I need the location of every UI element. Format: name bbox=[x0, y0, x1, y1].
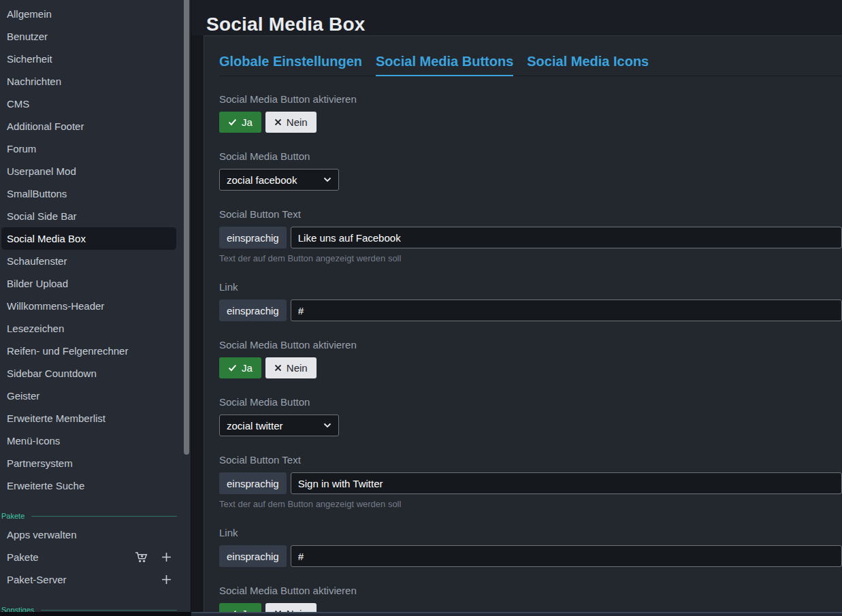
sidebar-item-label: Benutzer bbox=[7, 31, 48, 42]
plus-icon[interactable] bbox=[161, 574, 172, 585]
shopping-cart-icon[interactable] bbox=[135, 551, 148, 563]
sidebar-item[interactable]: Menü-Icons bbox=[0, 429, 191, 452]
sidebar-item[interactable]: CMS bbox=[0, 93, 191, 115]
sidebar-item[interactable]: Paket-Server bbox=[0, 568, 191, 591]
sidebar-item[interactable]: Apps verwalten bbox=[0, 523, 191, 546]
sidebar-menu: Allgemein Benutzer Sicherheit Nachrichte… bbox=[0, 0, 191, 614]
sidebar-item[interactable]: Pakete bbox=[0, 546, 191, 568]
sidebar-item-label: CMS bbox=[7, 98, 29, 110]
language-badge: einsprachig bbox=[219, 472, 287, 494]
sidebar-item[interactable]: Allgemein bbox=[0, 3, 191, 25]
social-media-button-select[interactable]: zocial facebook bbox=[219, 169, 339, 191]
sidebar-item[interactable]: Additional Footer bbox=[0, 115, 191, 137]
sidebar-item[interactable]: Partnersystem bbox=[0, 452, 191, 474]
sidebar-item[interactable]: Social Side Bar bbox=[0, 205, 191, 227]
sidebar-item[interactable]: Erweiterte Memberlist bbox=[0, 407, 191, 429]
sidebar-item-label: Userpanel Mod bbox=[7, 165, 76, 177]
select-group: Social Media Button zocial twitter bbox=[219, 396, 842, 436]
tab-bar: Globale EinstellungenSocial Media Button… bbox=[219, 36, 842, 76]
yes-no-toggle: Ja Nein bbox=[219, 112, 842, 133]
sidebar-section-label: Pakete bbox=[1, 512, 25, 520]
toggle-label: Social Media Button aktivieren bbox=[219, 93, 842, 105]
sidebar-item-label: Lesezeichen bbox=[7, 323, 64, 334]
sidebar-item-label: Allgemein bbox=[7, 8, 52, 20]
social-media-button-select[interactable]: zocial twitter bbox=[219, 415, 339, 436]
sidebar-item[interactable]: Sicherheit bbox=[0, 48, 191, 70]
language-badge: einsprachig bbox=[219, 545, 287, 567]
button-text-group: Social Button Text einsprachig Text der … bbox=[219, 208, 842, 263]
sidebar-item[interactable]: Forum bbox=[0, 137, 191, 160]
select-value: zocial facebook bbox=[227, 174, 297, 186]
item-icons bbox=[135, 551, 184, 563]
sidebar-item[interactable]: Social Media Box bbox=[1, 227, 176, 250]
sidebar-item[interactable]: SmallButtons bbox=[0, 182, 191, 205]
sidebar-item[interactable]: Benutzer bbox=[0, 25, 191, 48]
section-divider-line bbox=[31, 516, 177, 517]
link-group: Link einsprachig bbox=[219, 527, 842, 567]
text-help: Text der auf dem Button angezeigt werden… bbox=[219, 499, 842, 509]
button-text-input[interactable] bbox=[291, 472, 842, 494]
sidebar-item-label: Forum bbox=[7, 143, 36, 155]
text-input-row: einsprachig bbox=[219, 227, 842, 248]
plus-icon[interactable] bbox=[161, 552, 172, 562]
link-input[interactable] bbox=[291, 299, 842, 321]
sidebar-item-label: Geister bbox=[7, 390, 39, 402]
toggle-label: Social Media Button aktivieren bbox=[219, 339, 842, 351]
select-label: Social Media Button bbox=[219, 396, 842, 408]
sidebar-item-label: Partnersystem bbox=[7, 457, 73, 469]
page-title: Social Media Box bbox=[206, 14, 842, 35]
sidebar-item-label: Willkommens-Header bbox=[7, 300, 104, 312]
sidebar-item[interactable]: Geister bbox=[0, 385, 191, 407]
sidebar-item-label: Additional Footer bbox=[7, 120, 84, 132]
select-label: Social Media Button bbox=[219, 150, 842, 162]
button-text-input[interactable] bbox=[291, 227, 842, 248]
toggle-group: Social Media Button aktivieren Ja Nein bbox=[219, 93, 842, 133]
sidebar-item[interactable]: Bilder Upload bbox=[0, 272, 191, 295]
language-badge: einsprachig bbox=[219, 299, 287, 321]
sidebar-item-label: Paket-Server bbox=[7, 574, 67, 585]
x-icon bbox=[274, 118, 282, 126]
sidebar-item[interactable]: Willkommens-Header bbox=[0, 295, 191, 317]
block-fields: Social Media Button zocial facebook Soci… bbox=[219, 150, 842, 321]
no-button-label: Nein bbox=[287, 117, 308, 127]
tab-label: Social Media Buttons bbox=[376, 54, 513, 69]
link-label: Link bbox=[219, 527, 842, 538]
item-icons bbox=[161, 574, 184, 585]
sidebar-item[interactable]: Nachrichten bbox=[0, 70, 191, 93]
no-button[interactable]: Nein bbox=[265, 112, 317, 133]
check-icon bbox=[228, 118, 237, 126]
sidebar-item[interactable]: Sidebar Countdown bbox=[0, 362, 191, 385]
sidebar-bottom-edge bbox=[0, 612, 191, 616]
sidebar-item-label: Menü-Icons bbox=[7, 435, 60, 447]
language-badge: einsprachig bbox=[219, 227, 287, 248]
sidebar-item[interactable]: Erweiterte Suche bbox=[0, 474, 191, 497]
tab-label: Globale Einstellungen bbox=[219, 54, 362, 69]
sidebar-scrollbar[interactable] bbox=[184, 0, 189, 455]
form-area: Social Media Button aktivieren Ja Nein bbox=[219, 76, 842, 616]
sidebar-item-label: Sidebar Countdown bbox=[7, 368, 97, 379]
tab[interactable]: Globale Einstellungen bbox=[219, 54, 362, 76]
sidebar-item-label: Social Media Box bbox=[7, 233, 86, 244]
text-input-row: einsprachig bbox=[219, 472, 842, 494]
link-group: Link einsprachig bbox=[219, 281, 842, 321]
form-block: Social Media Button aktivieren Ja Nein bbox=[219, 339, 842, 567]
check-icon bbox=[228, 364, 237, 372]
yes-button[interactable]: Ja bbox=[219, 112, 261, 133]
sidebar-item-label: Apps verwalten bbox=[7, 529, 77, 540]
sidebar-item-label: Social Side Bar bbox=[7, 210, 77, 222]
sidebar-item[interactable]: Lesezeichen bbox=[0, 317, 191, 340]
sidebar-item[interactable]: Schaufenster bbox=[0, 250, 191, 272]
sidebar: Allgemein Benutzer Sicherheit Nachrichte… bbox=[0, 0, 191, 616]
link-input[interactable] bbox=[291, 545, 842, 567]
no-button[interactable]: Nein bbox=[265, 357, 317, 378]
tab-label: Social Media Icons bbox=[527, 54, 649, 69]
sidebar-item-label: SmallButtons bbox=[7, 188, 67, 199]
sidebar-item[interactable]: Userpanel Mod bbox=[0, 160, 191, 182]
yes-button[interactable]: Ja bbox=[219, 357, 261, 378]
tab[interactable]: Social Media Buttons bbox=[376, 54, 513, 76]
form-block: Social Media Button aktivieren Ja Nein bbox=[219, 93, 842, 321]
sidebar-item[interactable]: Reifen- und Felgenrechner bbox=[0, 340, 191, 362]
yes-button-label: Ja bbox=[242, 363, 253, 373]
sidebar-item-label: Bilder Upload bbox=[7, 278, 68, 289]
tab[interactable]: Social Media Icons bbox=[527, 54, 649, 76]
